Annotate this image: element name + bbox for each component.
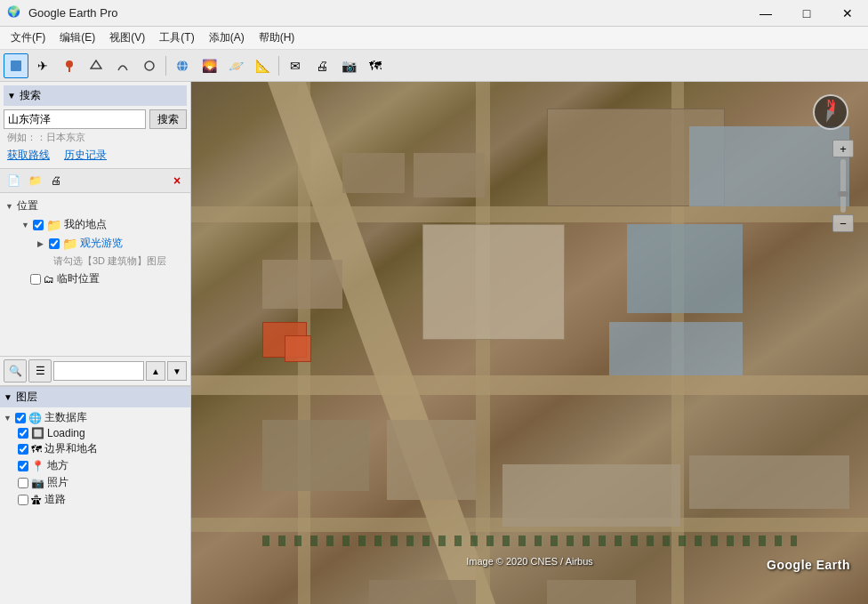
nav-zoom-in[interactable]: + (832, 140, 854, 157)
layer-db-children: 🔲 Loading 🗺 边界和地名 📍 地方 (2, 426, 189, 508)
layer-primary-db[interactable]: ▼ 🌐 主数据库 (2, 409, 189, 426)
toolbar-placemark[interactable] (57, 53, 82, 78)
layer-photos-checkbox[interactable] (18, 478, 28, 488)
search-button[interactable]: 搜索 (149, 109, 187, 129)
search-example: 例如：：日本东京 (4, 129, 187, 146)
toolbar-sep2 (278, 56, 279, 76)
nav-input-box[interactable] (53, 361, 144, 381)
menu-edit[interactable]: 编辑(E) (52, 28, 102, 48)
compass[interactable]: N (813, 94, 852, 133)
toolbar-screenshot[interactable]: 📷 (336, 53, 361, 78)
toolbar-print[interactable]: 🖨 (309, 53, 334, 78)
layer-db-checkbox[interactable] (15, 413, 26, 423)
layer-loading[interactable]: 🔲 Loading (16, 426, 189, 440)
get-route-link[interactable]: 获取路线 (7, 148, 50, 163)
minimize-button[interactable]: — (745, 0, 786, 27)
layers-header[interactable]: ▼ 图层 (0, 387, 190, 407)
places-panel-header: 📄 📁 🖨 × (0, 169, 190, 193)
places-hint: 请勾选【3D 建筑物】图层 (36, 253, 187, 270)
menu-help[interactable]: 帮助(H) (252, 28, 302, 48)
layer-db-label: 主数据库 (44, 410, 87, 425)
layer-loading-checkbox[interactable] (18, 428, 28, 439)
nav-zoom-out[interactable]: − (832, 214, 854, 232)
layer-places-checkbox[interactable] (18, 461, 28, 471)
places-new-doc[interactable]: 📄 (4, 171, 23, 190)
svg-point-1 (66, 60, 73, 68)
my-places-folder-icon: 📁 (46, 218, 61, 232)
left-panel: ▼ 搜索 搜索 例如：：日本东京 获取路线 历史记录 📄 📁 🖨 (0, 82, 191, 604)
maximize-button[interactable]: □ (786, 0, 827, 27)
places-header-left: 📄 📁 🖨 (4, 171, 66, 190)
search-header[interactable]: ▼ 搜索 (4, 85, 187, 106)
nav-buttons-row: 🔍 ☰ ▲ ▼ (0, 356, 190, 386)
temp-folder-icon: 🗂 (44, 273, 54, 286)
toolbar-map[interactable]: 🗺 (363, 53, 388, 78)
titlebar-left: 🌍 Google Earth Pro (0, 5, 117, 21)
history-link[interactable]: 历史记录 (64, 148, 107, 163)
places-tree-header[interactable]: ▼ 位置 (4, 197, 187, 215)
layer-roads[interactable]: 🛣 道路 (16, 491, 189, 508)
toolbar-path[interactable] (110, 53, 135, 78)
search-input[interactable] (4, 109, 146, 129)
my-places-children: ▶ 📁 观光游览 请勾选【3D 建筑物】图层 (20, 234, 187, 270)
toolbar-sky[interactable]: 🌄 (197, 53, 221, 78)
temp-places-label: 临时位置 (57, 271, 100, 286)
zoom-slider-thumb (838, 191, 848, 197)
compass-arrow-south (823, 109, 833, 124)
toolbar-email[interactable]: ✉ (283, 53, 308, 78)
layer-borders[interactable]: 🗺 边界和地名 (16, 440, 189, 457)
layer-borders-icon: 🗺 (31, 443, 42, 455)
layer-places-label: 地方 (47, 458, 68, 473)
layer-roads-checkbox[interactable] (18, 495, 28, 505)
toolbar-navigate[interactable] (4, 53, 28, 78)
main-area: ▼ 搜索 搜索 例如：：日本东京 获取路线 历史记录 📄 📁 🖨 (0, 82, 868, 604)
menu-view[interactable]: 视图(V) (102, 28, 152, 48)
close-button[interactable]: ✕ (827, 0, 868, 27)
layer-places[interactable]: 📍 地方 (16, 457, 189, 474)
nav-down-button[interactable]: ▼ (167, 361, 187, 381)
toolbar-earth[interactable] (170, 53, 195, 78)
toolbar: ✈ 🌄 🪐 📐 ✉ 🖨 📷 🗺 (0, 50, 868, 82)
toolbar-circle[interactable] (137, 53, 162, 78)
nav-up-button[interactable]: ▲ (146, 361, 165, 381)
layers-title: 图层 (16, 390, 37, 405)
menu-tools[interactable]: 工具(T) (152, 28, 201, 48)
right-nav-controls: + − (832, 140, 854, 232)
places-close-button[interactable]: × (167, 171, 187, 190)
layer-photos[interactable]: 📷 照片 (16, 474, 189, 491)
map-copyright: Image © 2020 CNES / Airbus (466, 556, 593, 567)
nav-search-button[interactable]: 🔍 (4, 359, 27, 383)
titlebar-controls: — □ ✕ (745, 0, 868, 27)
temp-places-item[interactable]: 🗂 临时位置 (20, 270, 187, 288)
tourism-folder-icon: 📁 (62, 237, 77, 251)
my-places-item[interactable]: ▼ 📁 我的地点 (20, 215, 187, 234)
temp-places-checkbox[interactable] (30, 274, 41, 285)
places-section-label: 位置 (17, 198, 38, 213)
tourism-checkbox[interactable] (49, 238, 60, 249)
toolbar-fly[interactable]: ✈ (30, 53, 55, 78)
places-tree-section: ▼ 位置 ▼ 📁 我的地点 (4, 197, 187, 288)
places-arrow-icon: ▼ (5, 202, 14, 211)
tourism-label[interactable]: 观光游览 (80, 236, 123, 251)
layer-borders-label: 边界和地名 (44, 441, 98, 456)
toolbar-polygon[interactable] (84, 53, 108, 78)
layer-borders-checkbox[interactable] (18, 444, 28, 455)
places-toolbar: 📄 📁 🖨 (4, 171, 66, 190)
layer-loading-icon: 🔲 (31, 427, 44, 439)
nav-list-button[interactable]: ☰ (28, 359, 52, 383)
places-print[interactable]: 🖨 (46, 171, 66, 190)
places-new-folder[interactable]: 📁 (25, 171, 44, 190)
menu-add[interactable]: 添加(A) (202, 28, 252, 48)
tourism-expand-icon: ▶ (37, 239, 46, 248)
svg-marker-3 (91, 60, 101, 68)
toolbar-measure[interactable]: 📐 (250, 53, 275, 78)
toolbar-planet[interactable]: 🪐 (223, 53, 248, 78)
menu-file[interactable]: 文件(F) (4, 28, 52, 48)
layer-roads-label: 道路 (44, 492, 66, 507)
tourism-item[interactable]: ▶ 📁 观光游览 (36, 234, 187, 253)
my-places-checkbox[interactable] (33, 220, 44, 230)
layer-places-icon: 📍 (31, 460, 44, 472)
map-area[interactable]: N + − Image © 2020 CNES / Airbus Google … (191, 82, 868, 604)
layer-db-icon: 🌐 (28, 412, 42, 424)
menubar: 文件(F) 编辑(E) 视图(V) 工具(T) 添加(A) 帮助(H) (0, 27, 868, 50)
